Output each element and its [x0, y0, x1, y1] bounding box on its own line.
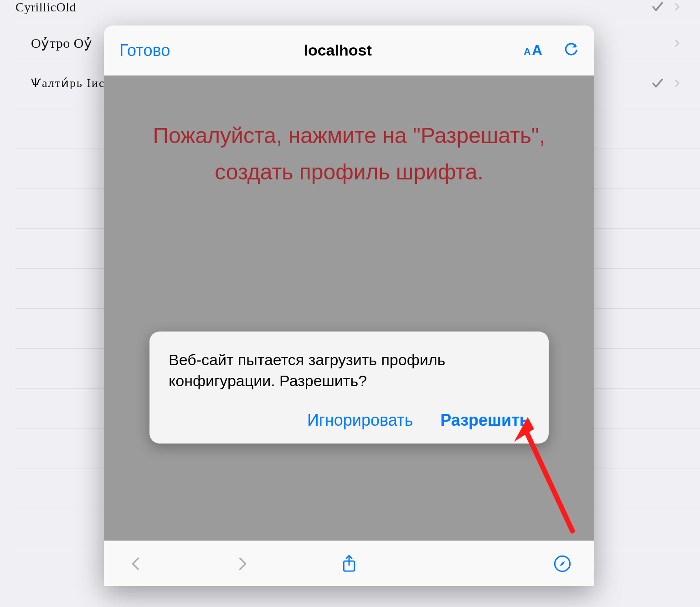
- bottom-toolbar: [104, 541, 594, 586]
- web-content: Пожалуйста, нажмите на "Разрешать", созд…: [104, 76, 594, 541]
- chevron-right-icon: [673, 77, 682, 90]
- navigation-bar: Готово localhost AA: [104, 26, 594, 76]
- instruction-message: Пожалуйста, нажмите на "Разрешать", созд…: [104, 119, 594, 189]
- text-size-small-a-icon: A: [524, 46, 531, 58]
- open-in-safari-button[interactable]: [553, 555, 571, 573]
- ignore-button[interactable]: Игнорировать: [307, 411, 413, 430]
- page-title: localhost: [161, 41, 515, 59]
- svg-line-2: [526, 431, 572, 531]
- instruction-line-1: Пожалуйста, нажмите на "Разрешать",: [153, 123, 546, 148]
- text-size-button[interactable]: AA: [524, 42, 542, 59]
- share-button[interactable]: [340, 555, 358, 573]
- reload-button[interactable]: [563, 43, 579, 58]
- system-alert: Веб-сайт пытается загрузить профиль конф…: [149, 332, 549, 444]
- chevron-right-icon: [673, 36, 682, 50]
- svg-marker-6: [560, 561, 565, 566]
- checkmark-icon: [651, 77, 664, 90]
- instruction-line-2: создать профиль шрифта.: [131, 156, 567, 189]
- allow-button[interactable]: Разрешить: [440, 411, 530, 430]
- list-item[interactable]: CyrillicOld: [0, 0, 700, 23]
- back-button[interactable]: [127, 555, 145, 573]
- forward-button[interactable]: [233, 555, 252, 573]
- chevron-right-icon: [673, 0, 682, 14]
- safari-view-controller: Готово localhost AA Пожалуйста, нажмите …: [104, 26, 594, 586]
- list-item-label: CyrillicOld: [15, 0, 76, 15]
- alert-message: Веб-сайт пытается загрузить профиль конф…: [169, 350, 530, 392]
- list-item-label: Оу҆́тро Оу҆́: [31, 35, 92, 51]
- checkmark-icon: [651, 0, 664, 14]
- text-size-large-a-icon: A: [532, 42, 542, 59]
